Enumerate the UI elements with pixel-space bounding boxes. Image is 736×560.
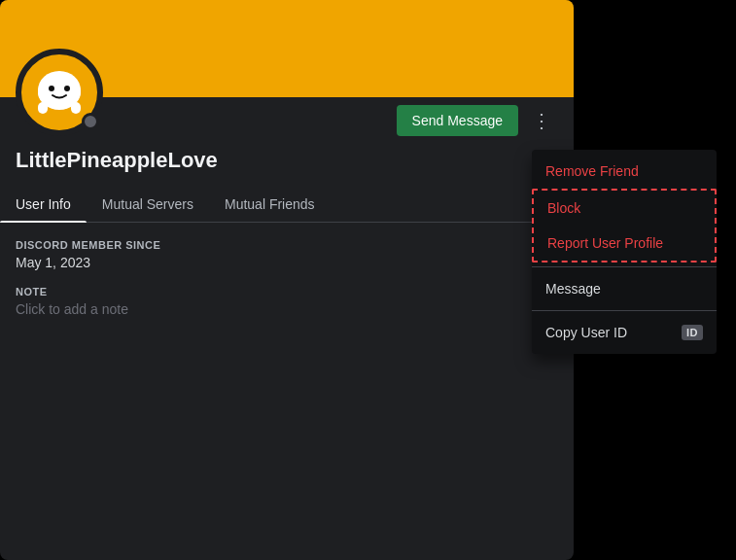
block-item[interactable]: Block	[534, 191, 715, 226]
send-message-button[interactable]: Send Message	[397, 105, 518, 136]
svg-point-8	[64, 86, 70, 91]
more-options-button[interactable]: ⋮	[526, 107, 558, 134]
context-menu: Remove Friend Block Report User Profile …	[532, 150, 717, 354]
report-user-profile-item[interactable]: Report User Profile	[534, 226, 715, 261]
remove-friend-item[interactable]: Remove Friend	[532, 154, 717, 189]
tab-user-info[interactable]: User Info	[0, 187, 87, 222]
status-indicator	[82, 113, 99, 130]
member-since-label: DISCORD MEMBER SINCE	[16, 239, 558, 251]
context-menu-divider-2	[532, 310, 717, 311]
id-badge: ID	[682, 325, 703, 340]
member-since-value: May 1, 2023	[16, 255, 558, 270]
tabs-area: User Info Mutual Servers Mutual Friends	[0, 187, 574, 223]
copy-user-id-label: Copy User ID	[545, 325, 627, 340]
profile-actions: Send Message ⋮	[397, 105, 558, 136]
copy-user-id-item[interactable]: Copy User ID ID	[532, 315, 717, 350]
svg-point-7	[49, 86, 54, 91]
profile-body: DISCORD MEMBER SINCE May 1, 2023 NOTE Cl…	[0, 224, 574, 332]
dashed-highlight-group: Block Report User Profile	[532, 189, 717, 262]
profile-card: Send Message ⋮ LittlePineappleLove User …	[0, 0, 574, 560]
note-input[interactable]: Click to add a note	[16, 301, 558, 317]
discord-logo-icon	[32, 65, 87, 120]
avatar-area	[16, 49, 103, 136]
tab-mutual-servers[interactable]: Mutual Servers	[87, 187, 209, 222]
context-menu-divider	[532, 266, 717, 267]
message-item[interactable]: Message	[532, 271, 717, 306]
note-label: NOTE	[16, 286, 558, 298]
tab-mutual-friends[interactable]: Mutual Friends	[209, 187, 331, 222]
svg-rect-6	[38, 79, 81, 106]
username: LittlePineappleLove	[16, 148, 218, 173]
